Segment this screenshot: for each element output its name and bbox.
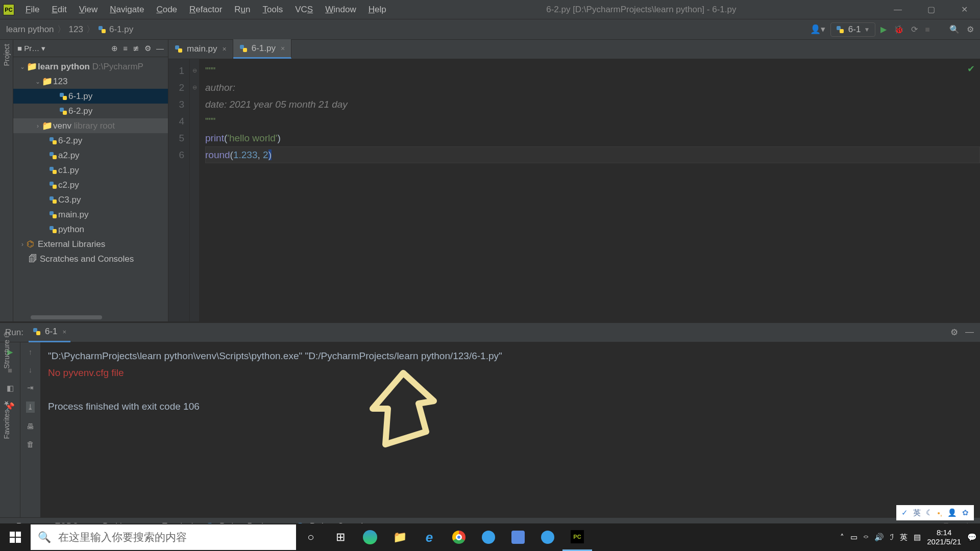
tree-file-6-1[interactable]: 6-1.py	[13, 89, 168, 104]
crumb-project[interactable]: learn python	[6, 24, 54, 35]
down-stack-icon[interactable]: ↓	[29, 365, 33, 374]
close-tab-icon[interactable]: ×	[223, 45, 227, 53]
tray-wifi-icon[interactable]: ⌔	[864, 533, 868, 542]
stop-icon[interactable]: ■	[925, 25, 930, 34]
svg-rect-1	[10, 532, 15, 537]
tree-file[interactable]: python	[13, 222, 168, 237]
run-config-selector[interactable]: 6-1 ▼	[830, 22, 875, 37]
tree-file-6-2[interactable]: 6-2.py	[13, 104, 168, 118]
run-coverage-icon[interactable]: ⟳	[911, 24, 918, 34]
taskbar-search[interactable]: 🔍 在这里输入你要搜索的内容	[31, 524, 296, 550]
taskbar-chrome-icon[interactable]	[444, 523, 474, 551]
menu-window[interactable]: Window	[319, 3, 362, 17]
tray-battery-icon[interactable]: ▭	[850, 533, 857, 542]
hide-run-icon[interactable]: —	[965, 327, 974, 338]
menu-navigate[interactable]: Navigate	[104, 3, 150, 17]
ime-lang[interactable]: 英	[913, 508, 921, 518]
start-button[interactable]	[0, 523, 31, 551]
project-view-selector[interactable]: ■ Pr… ▾	[17, 44, 45, 53]
taskbar-cortana-icon[interactable]: ○	[296, 523, 326, 551]
svg-rect-3	[10, 538, 15, 543]
tab-6-1-py[interactable]: 6-1.py×	[233, 39, 291, 59]
locate-icon[interactable]: ⊕	[111, 44, 118, 53]
taskbar-taskview-icon[interactable]: ⊞	[326, 523, 355, 551]
tray-lang[interactable]: 英	[900, 533, 908, 542]
taskbar-app3-icon[interactable]	[533, 523, 562, 551]
menu-code[interactable]: Code	[150, 3, 183, 17]
run-tab-6-1[interactable]: 6-1×	[29, 323, 70, 342]
expand-icon[interactable]: ≡	[123, 44, 128, 53]
tray-ime-icon[interactable]: ℐ	[890, 533, 894, 542]
ime-gear-icon[interactable]: ✿	[962, 508, 969, 517]
inspection-ok-icon[interactable]: ✔	[967, 63, 975, 74]
panel-settings-icon[interactable]: ⚙	[144, 44, 151, 53]
breadcrumb[interactable]: learn python 〉 123 〉 6-1.py	[6, 23, 133, 35]
maximize-button[interactable]: ▢	[923, 4, 939, 16]
print-icon[interactable]: 🖶	[27, 422, 34, 431]
crumb-folder[interactable]: 123	[69, 24, 83, 35]
menu-vcs[interactable]: VCS	[289, 3, 319, 17]
taskbar-explorer-icon[interactable]: 📁	[385, 523, 414, 551]
run-settings-icon[interactable]: ⚙	[950, 327, 958, 338]
tray-clock[interactable]: 8:14 2021/5/21	[927, 528, 961, 546]
soft-wrap-icon[interactable]: ⇥	[27, 383, 34, 392]
menu-help[interactable]: Help	[362, 3, 393, 17]
tree-file[interactable]: c1.py	[13, 163, 168, 178]
console-output[interactable]: "D:\PycharmProjects\learn python\venv\Sc…	[41, 342, 980, 517]
ime-dot-icon[interactable]: •,	[938, 509, 942, 517]
ime-user-icon[interactable]: 👤	[947, 508, 957, 517]
taskbar-app1-icon[interactable]	[474, 523, 503, 551]
tray-notifications-icon[interactable]: ▤	[914, 533, 921, 542]
close-tab-icon[interactable]: ×	[281, 44, 285, 53]
crumb-file[interactable]: 6-1.py	[109, 24, 133, 35]
project-tool-button[interactable]: Project	[3, 44, 11, 66]
close-button[interactable]: ✕	[957, 4, 972, 16]
structure-tool-button[interactable]: Structure ⌬	[3, 332, 11, 369]
fold-gutter[interactable]: ⊖⊖	[190, 59, 199, 321]
menu-refactor[interactable]: Refactor	[183, 3, 228, 17]
trash-icon[interactable]: 🗑	[27, 440, 34, 448]
taskbar-app2-icon[interactable]	[503, 523, 533, 551]
taskbar-edge-icon[interactable]	[355, 523, 385, 551]
code-content[interactable]: """ author: date: 2021 year 05 month 21 …	[199, 59, 980, 321]
menu-run[interactable]: Run	[228, 3, 256, 17]
tray-volume-icon[interactable]: 🔊	[874, 533, 884, 542]
up-stack-icon[interactable]: ↑	[29, 347, 33, 356]
settings-icon[interactable]: ⚙	[967, 24, 974, 34]
taskbar-ie-icon[interactable]: e	[414, 523, 444, 551]
ime-toolbar[interactable]: ✓ 英 ☾ •, 👤 ✿	[896, 505, 974, 520]
ime-check-icon[interactable]: ✓	[901, 508, 908, 517]
tree-file[interactable]: 6-2.py	[13, 133, 168, 148]
tree-external-libs[interactable]: ›⌬External Libraries	[13, 237, 168, 252]
tree-file[interactable]: a2.py	[13, 148, 168, 163]
project-tree[interactable]: ⌄📁learn python D:\PycharmP ⌄📁123 6-1.py …	[13, 57, 168, 268]
project-h-scrollbar[interactable]	[31, 315, 166, 319]
taskbar-pycharm-icon[interactable]: PC	[562, 523, 592, 551]
hide-panel-icon[interactable]: —	[156, 44, 164, 53]
favorites-tool-button[interactable]: Favorites ★	[3, 399, 11, 439]
add-user-icon[interactable]: 👤▾	[810, 24, 825, 35]
tree-folder-123[interactable]: ⌄📁123	[13, 74, 168, 89]
close-run-tab-icon[interactable]: ×	[63, 328, 67, 336]
search-icon[interactable]: 🔍	[949, 24, 960, 34]
tab-main-py[interactable]: main.py×	[168, 39, 233, 59]
menu-edit[interactable]: Edit	[45, 3, 72, 17]
run-icon[interactable]: ▶	[880, 24, 887, 34]
tree-project-root[interactable]: ⌄📁learn python D:\PycharmP	[13, 59, 168, 74]
code-editor[interactable]: 123456 ⊖⊖ """ author: date: 2021 year 05…	[168, 59, 980, 321]
debug-icon[interactable]: 🐞	[894, 24, 904, 34]
ime-moon-icon[interactable]: ☾	[926, 508, 933, 517]
tree-file[interactable]: main.py	[13, 207, 168, 222]
menu-view[interactable]: View	[73, 3, 104, 17]
menu-file[interactable]: File	[19, 3, 45, 17]
menu-tools[interactable]: Tools	[257, 3, 289, 17]
tree-file[interactable]: c2.py	[13, 178, 168, 192]
collapse-icon[interactable]: ≢	[133, 44, 139, 53]
tree-scratches[interactable]: 🗐Scratches and Consoles	[13, 252, 168, 266]
scroll-end-icon[interactable]: ⤓	[26, 402, 35, 413]
tray-chevron-icon[interactable]: ˄	[840, 533, 844, 542]
tray-action-center-icon[interactable]: 💬	[967, 533, 977, 542]
minimize-button[interactable]: —	[890, 4, 905, 16]
tree-file[interactable]: C3.py	[13, 192, 168, 207]
tree-venv[interactable]: ›📁venv library root	[13, 118, 168, 133]
